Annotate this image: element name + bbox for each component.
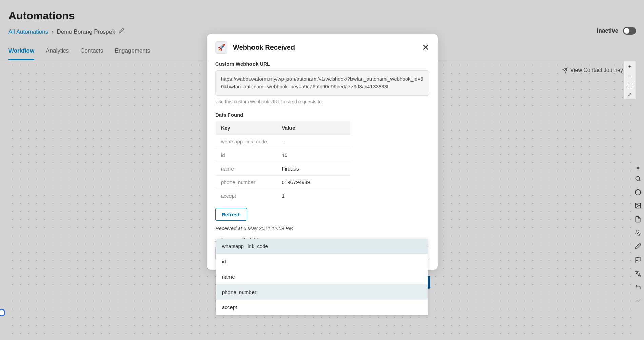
modal-title: Webhook Received — [233, 44, 295, 52]
table-row: name Firdaus — [216, 162, 351, 176]
status-toggle[interactable] — [623, 27, 636, 35]
journey-icon — [562, 67, 568, 73]
status-label: Inactive — [597, 27, 618, 34]
right-toolbar — [633, 167, 643, 305]
pencil-icon[interactable] — [633, 242, 642, 251]
canvas-controls: + − ⛶ ⤢ — [624, 61, 636, 100]
toolbar-dot-icon[interactable] — [637, 167, 639, 169]
tab-workflow[interactable]: Workflow — [8, 47, 34, 60]
webhook-url-box[interactable]: https://wabot.waform.my/wp-json/autonami… — [215, 70, 429, 96]
hexagon-icon[interactable] — [633, 188, 642, 197]
flag-icon[interactable] — [633, 256, 642, 264]
dropdown-option[interactable]: id — [216, 254, 428, 269]
zoom-in-button[interactable]: + — [624, 61, 636, 71]
fullscreen-button[interactable]: ⤢ — [624, 90, 636, 99]
close-icon[interactable]: ✕ — [422, 43, 429, 52]
data-found-label: Data Found — [215, 112, 429, 118]
received-at: Received at 6 May 2024 12:09 PM — [215, 225, 429, 231]
url-hint: Use this custom webhook URL to send requ… — [215, 99, 429, 104]
breadcrumb-root-link[interactable]: All Automations — [8, 28, 48, 35]
modal-header: 🚀 Webhook Received ✕ — [215, 41, 429, 54]
note-icon[interactable] — [633, 215, 642, 224]
page-title: Automations — [0, 0, 644, 22]
chevron-right-icon: › — [52, 29, 53, 35]
rocket-icon: 🚀 — [215, 41, 227, 54]
cell-key: name — [216, 162, 277, 176]
dropdown-option[interactable]: name — [216, 269, 428, 284]
url-label: Custom Webhook URL — [215, 61, 429, 67]
undo-icon[interactable] — [633, 283, 642, 292]
corner-indicator — [0, 309, 5, 316]
cell-value: 0196794989 — [277, 176, 351, 189]
search-icon[interactable] — [633, 174, 642, 183]
table-row: id 16 — [216, 148, 351, 162]
translate-icon[interactable] — [633, 269, 642, 278]
cell-value: 16 — [277, 148, 351, 162]
tab-analytics[interactable]: Analytics — [46, 47, 69, 60]
breadcrumb: All Automations › Demo Borang Prospek — [0, 22, 644, 35]
table-row: accept 1 — [216, 189, 351, 203]
dropdown-option[interactable]: accept — [216, 300, 428, 315]
cell-key: id — [216, 148, 277, 162]
table-row: whatsapp_link_code - — [216, 135, 351, 148]
cell-key: whatsapp_link_code — [216, 135, 277, 148]
select-dropdown: whatsapp_link_code id name phone_number … — [216, 239, 428, 315]
status-area: Inactive — [597, 27, 636, 35]
view-journey-label: View Contact Journey — [570, 67, 623, 73]
table-header-value: Value — [277, 121, 351, 135]
dropdown-option[interactable]: whatsapp_link_code — [216, 239, 428, 254]
cell-key: phone_number — [216, 176, 277, 189]
cell-value: - — [277, 135, 351, 148]
cell-value: Firdaus — [277, 162, 351, 176]
zoom-out-button[interactable]: − — [624, 71, 636, 80]
image-icon[interactable] — [633, 201, 642, 210]
path-icon[interactable] — [633, 296, 642, 305]
refresh-button[interactable]: Refresh — [215, 208, 247, 221]
edit-icon[interactable] — [119, 28, 124, 35]
cell-value: 1 — [277, 189, 351, 203]
wand-icon[interactable] — [633, 228, 642, 237]
webhook-modal: 🚀 Webhook Received ✕ Custom Webhook URL … — [207, 34, 438, 270]
svg-point-3 — [637, 204, 638, 205]
data-table: Key Value whatsapp_link_code - id 16 nam… — [215, 121, 351, 203]
breadcrumb-current: Demo Borang Prospek — [57, 28, 115, 35]
dropdown-option[interactable]: phone_number — [216, 284, 428, 300]
tab-engagements[interactable]: Engagements — [115, 47, 150, 60]
table-row: phone_number 0196794989 — [216, 176, 351, 189]
svg-line-1 — [639, 180, 641, 181]
table-header-key: Key — [216, 121, 277, 135]
svg-point-0 — [636, 176, 640, 180]
tab-contacts[interactable]: Contacts — [80, 47, 103, 60]
fit-button[interactable]: ⛶ — [624, 80, 636, 90]
view-contact-journey-button[interactable]: View Contact Journey — [562, 67, 623, 73]
cell-key: accept — [216, 189, 277, 203]
